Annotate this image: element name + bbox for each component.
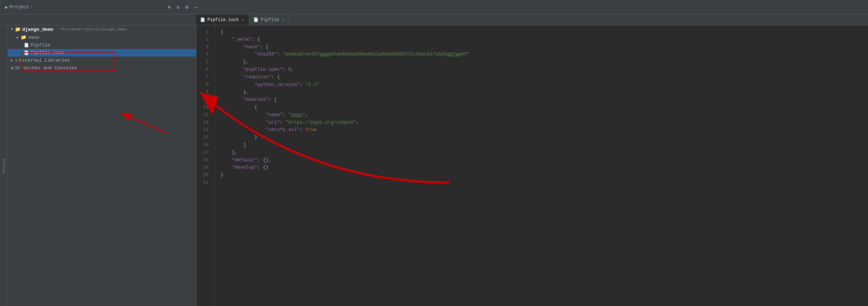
line-num-18: 18 — [197, 157, 211, 164]
tree-item-scratches[interactable]: ◉ Scratches and Consoles — [8, 64, 196, 72]
project-dropdown[interactable]: ▶ Project ▾ — [3, 4, 35, 11]
external-libraries-icon: ⚙ — [15, 58, 17, 63]
tab-pipfile-lock-label: Pipfile.lock — [207, 17, 239, 22]
folder-icon: ▶ — [5, 4, 8, 10]
tree-item-venv[interactable]: ▶ 📁 venv — [8, 33, 196, 41]
line-num-8: 8 — [197, 81, 211, 89]
pipfile-lock-icon: 📄 — [24, 50, 29, 55]
tree-label-pipfile-lock: Pipfile.lock — [30, 50, 65, 55]
line-num-9: 9 — [197, 88, 211, 96]
settings-icon[interactable]: ⚙ — [184, 3, 190, 11]
tree-label-django-demo: django_demo — [22, 27, 53, 32]
tree-item-external-libraries[interactable]: ▶ ⚙ External Libraries — [8, 57, 196, 64]
line-num-3: 3 — [197, 44, 211, 51]
line-num-7: 7 — [197, 74, 211, 81]
tab-pipfile-label: Pipfile — [261, 17, 279, 22]
line-num-4: 4 — [197, 51, 211, 58]
sync-icon[interactable]: ⊕ — [166, 3, 172, 11]
root-folder-icon: 📁 — [15, 26, 21, 32]
external-arrow-icon: ▶ — [11, 58, 13, 62]
tab-file-icon-2: 📄 — [253, 17, 259, 22]
line-num-12: 12 — [197, 111, 211, 119]
tab-pipfile-close[interactable]: ✕ — [281, 18, 285, 22]
top-bar: ▶ Project ▾ ⊕ ⇅ ⚙ — — [0, 0, 868, 15]
tree-item-pipfile-lock[interactable]: 📄 Pipfile.lock — [8, 49, 196, 57]
top-bar-icons: ⊕ ⇅ ⚙ — — [166, 3, 199, 11]
line-num-2: 2 — [197, 36, 211, 44]
line-num-10: 10 — [197, 96, 211, 104]
line-num-20: 20 — [197, 171, 211, 179]
tree-label-scratches: Scratches and Consoles — [15, 65, 77, 71]
tab-file-icon: 📄 — [200, 17, 205, 22]
tree-path-django-demo: ~/PycharmProjects/django_demo — [55, 27, 127, 32]
file-tree: ▼ 📁 django_demo ~/PycharmProjects/django… — [8, 25, 197, 306]
line-num-19: 19 — [197, 164, 211, 171]
chevron-down-icon: ▾ — [30, 5, 33, 9]
pipfile-icon: 📄 — [24, 43, 29, 47]
venv-arrow-icon: ▶ — [17, 36, 18, 40]
svg-line-1 — [120, 112, 167, 133]
code-editor[interactable]: { "_meta": { "hash": { "sha256": "ae4bdd… — [215, 25, 868, 306]
tab-pipfile-lock[interactable]: 📄 Pipfile.lock ✕ — [196, 15, 249, 25]
line-num-15: 15 — [197, 134, 211, 141]
line-num-5: 5 — [197, 58, 211, 66]
line-num-13: 13 — [197, 119, 211, 127]
top-bar-left: ▶ Project ▾ ⊕ ⇅ ⚙ — — [3, 3, 199, 11]
main-content: Project ▼ 📁 django_demo ~/PycharmProject… — [0, 25, 868, 306]
tree-item-pipfile[interactable]: 📄 Pipfile — [8, 41, 196, 49]
expand-arrow-icon: ▼ — [11, 28, 13, 31]
sort-icon[interactable]: ⇅ — [175, 3, 181, 11]
tab-pipfile[interactable]: 📄 Pipfile ✕ — [249, 15, 289, 25]
tree-item-django-demo[interactable]: ▼ 📁 django_demo ~/PycharmProjects/django… — [8, 25, 196, 33]
line-num-21: 21 — [197, 179, 211, 187]
venv-folder-icon: 📁 — [21, 34, 26, 40]
vertical-text: Project — [2, 158, 6, 173]
tab-bar: 📄 Pipfile.lock ✕ 📄 Pipfile ✕ — [0, 15, 868, 25]
line-num-16: 16 — [197, 141, 211, 149]
tab-pipfile-lock-close[interactable]: ✕ — [241, 18, 244, 22]
minimize-icon[interactable]: — — [193, 4, 199, 11]
line-numbers: 1 2 3 4 5 6 7 8 9 10 11 12 13 14 15 16 1… — [197, 25, 215, 306]
line-num-6: 6 — [197, 66, 211, 74]
tree-label-pipfile: Pipfile — [30, 42, 50, 48]
tree-label-external-libraries: External Libraries — [19, 58, 70, 63]
line-num-11: 11 — [197, 104, 211, 111]
tree-label-venv: venv — [28, 35, 39, 40]
line-num-17: 17 — [197, 149, 211, 157]
line-num-14: 14 — [197, 126, 211, 134]
project-label: Project — [9, 4, 29, 10]
line-num-1: 1 — [197, 28, 211, 36]
vertical-sidebar-label: Project — [0, 25, 8, 306]
scratches-icon: ◉ — [11, 65, 13, 71]
editor-area: 1 2 3 4 5 6 7 8 9 10 11 12 13 14 15 16 1… — [197, 25, 868, 306]
